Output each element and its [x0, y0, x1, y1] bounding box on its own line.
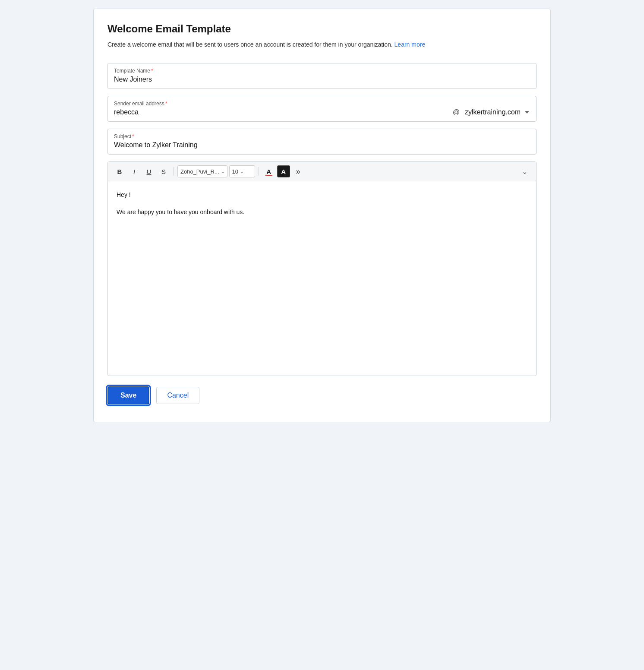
italic-button[interactable]: I — [128, 165, 141, 177]
toolbar-expand-button[interactable]: ⌄ — [518, 165, 531, 177]
subject-field: Subject* — [107, 129, 537, 155]
toolbar-separator-2 — [259, 167, 259, 176]
font-size-chevron-icon: ⌄ — [240, 169, 243, 174]
font-name-chevron-icon: ⌄ — [221, 169, 224, 174]
sender-email-label: Sender email address* — [114, 101, 530, 107]
editor-toolbar: B I U S Zoho_Puvi_R... ⌄ 10 ⌄ A A » — [108, 162, 536, 181]
font-size-value: 10 — [232, 168, 238, 175]
rich-text-editor: B I U S Zoho_Puvi_R... ⌄ 10 ⌄ A A » — [107, 161, 537, 376]
sender-at-symbol: @ — [448, 108, 465, 116]
strikethrough-button[interactable]: S — [157, 165, 170, 177]
font-name-select[interactable]: Zoho_Puvi_R... ⌄ — [177, 165, 227, 177]
sender-domain-wrapper: zylkertraining.com — [465, 108, 530, 116]
template-name-input[interactable] — [114, 76, 530, 83]
sender-email-field: Sender email address* @ zylkertraining.c… — [107, 96, 537, 122]
underline-button[interactable]: U — [142, 165, 155, 177]
font-color-button[interactable]: A — [262, 165, 275, 177]
sender-local-input[interactable] — [114, 108, 448, 116]
learn-more-link[interactable]: Learn more — [395, 41, 426, 48]
sender-domain-text: zylkertraining.com — [465, 108, 521, 116]
editor-line-2: We are happy you to have you onboard wit… — [117, 207, 527, 218]
editor-line-1: Hey ! — [117, 190, 527, 200]
template-name-field: Template Name* — [107, 63, 537, 89]
subject-label: Subject* — [114, 133, 530, 139]
font-name-value: Zoho_Puvi_R... — [180, 168, 219, 175]
template-name-label: Template Name* — [114, 68, 530, 74]
cancel-button[interactable]: Cancel — [156, 387, 199, 404]
editor-body[interactable]: Hey ! We are happy you to have you onboa… — [108, 181, 536, 376]
subject-input[interactable] — [114, 141, 530, 149]
page-title: Welcome Email Template — [107, 23, 537, 35]
toolbar-separator-1 — [174, 167, 174, 176]
save-button[interactable]: Save — [107, 386, 149, 405]
font-size-select[interactable]: 10 ⌄ — [229, 165, 255, 177]
bold-button[interactable]: B — [113, 165, 126, 177]
highlight-color-button[interactable]: A — [277, 165, 290, 177]
sender-domain-chevron-icon[interactable] — [524, 109, 530, 115]
button-row: Save Cancel — [107, 386, 537, 405]
page-container: Welcome Email Template Create a welcome … — [93, 9, 551, 422]
font-color-bar — [265, 175, 272, 176]
more-formatting-button[interactable]: » — [292, 165, 305, 177]
page-description: Create a welcome email that will be sent… — [107, 40, 537, 49]
